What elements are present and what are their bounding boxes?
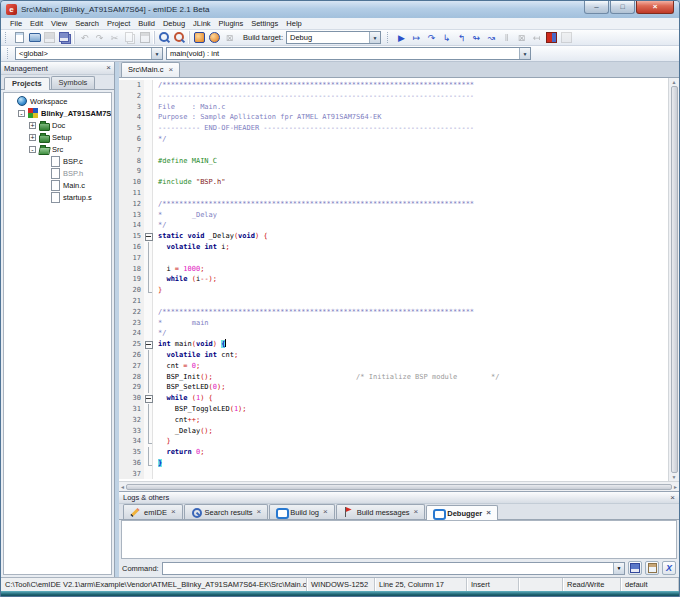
- tree-item-src[interactable]: -Src: [4, 143, 111, 155]
- scope-select[interactable]: <global> ▼: [15, 47, 163, 60]
- code-line-7[interactable]: 7: [119, 145, 668, 156]
- collapse-icon[interactable]: -: [29, 146, 36, 153]
- vertical-scrollbar[interactable]: ▲ ▼: [668, 78, 679, 481]
- symbol-select[interactable]: main(void) : int ▼: [166, 47, 531, 60]
- menu-settings[interactable]: Settings: [247, 19, 282, 28]
- code-line-10[interactable]: 10#include "BSP.h": [119, 177, 668, 188]
- build-icon[interactable]: [193, 31, 206, 44]
- horizontal-scroll-thumb[interactable]: [126, 484, 672, 490]
- code-line-20[interactable]: 20}: [119, 285, 668, 296]
- step-into-icon[interactable]: ↳: [440, 31, 453, 44]
- code-line-25[interactable]: 25int main(void) {: [119, 339, 668, 350]
- menu-debug[interactable]: Debug: [159, 19, 189, 28]
- scroll-up-icon[interactable]: ▲: [672, 79, 677, 85]
- close-tab-icon[interactable]: [414, 509, 419, 515]
- command-load-icon[interactable]: [645, 561, 659, 575]
- horizontal-scrollbar[interactable]: ◄ ►: [119, 481, 679, 491]
- open-file-icon[interactable]: [28, 31, 41, 44]
- close-tab-icon[interactable]: [171, 509, 176, 515]
- menu-edit[interactable]: Edit: [26, 19, 47, 28]
- tab-symbols[interactable]: Symbols: [51, 76, 96, 89]
- code-line-16[interactable]: 16 volatile int i;: [119, 242, 668, 253]
- fold-marker[interactable]: [144, 231, 153, 242]
- command-clear-icon[interactable]: [662, 561, 676, 575]
- collapse-icon[interactable]: -: [18, 110, 25, 117]
- close-button[interactable]: [636, 1, 674, 14]
- code-line-17[interactable]: 17: [119, 253, 668, 264]
- code-line-5[interactable]: 5---------- END-OF-HEADER --------------…: [119, 123, 668, 134]
- code-line-21[interactable]: 21: [119, 296, 668, 307]
- code-line-6[interactable]: 6*/: [119, 134, 668, 145]
- editor-tab-main-c[interactable]: Src\Main.c: [121, 62, 180, 77]
- code-line-24[interactable]: 24*/: [119, 328, 668, 339]
- toolbar-grip[interactable]: [5, 32, 8, 43]
- code-line-18[interactable]: 18 i = 1000;: [119, 264, 668, 275]
- command-input[interactable]: [163, 563, 613, 574]
- tree-item-setup[interactable]: +Setup: [4, 131, 111, 143]
- minimize-button[interactable]: [584, 1, 609, 14]
- code-line-36[interactable]: 36}: [119, 458, 668, 469]
- log-tab-build-messages[interactable]: Build messages: [336, 504, 426, 519]
- new-file-icon[interactable]: [13, 31, 26, 44]
- log-tab-search-results[interactable]: Search results: [184, 504, 269, 519]
- expand-icon[interactable]: +: [29, 134, 36, 141]
- code-line-12[interactable]: 12/*************************************…: [119, 199, 668, 210]
- menu-jlink[interactable]: JLink: [189, 19, 215, 28]
- tree-item-main-c[interactable]: Main.c: [4, 179, 111, 191]
- find-replace-icon[interactable]: [173, 31, 186, 44]
- code-line-30[interactable]: 30 while (1) {: [119, 393, 668, 404]
- command-save-icon[interactable]: [628, 561, 642, 575]
- close-tab-icon[interactable]: [486, 510, 491, 516]
- code-line-4[interactable]: 4Purpose : Sample Apllication fpr ATMEL …: [119, 112, 668, 123]
- chevron-down-icon[interactable]: ▼: [519, 48, 530, 59]
- menu-view[interactable]: View: [47, 19, 71, 28]
- close-tab-icon[interactable]: [168, 67, 173, 73]
- debug-run-icon[interactable]: ▶: [395, 31, 408, 44]
- menu-help[interactable]: Help: [282, 19, 305, 28]
- expand-icon[interactable]: +: [29, 122, 36, 129]
- build-target-select[interactable]: Debug ▼: [286, 31, 381, 44]
- code-line-9[interactable]: 9: [119, 166, 668, 177]
- log-tab-debugger[interactable]: Debugger: [426, 505, 498, 520]
- fold-marker[interactable]: [144, 393, 153, 404]
- tab-projects[interactable]: Projects: [4, 77, 50, 90]
- code-line-3[interactable]: 3File : Main.c: [119, 102, 668, 113]
- save-all-icon[interactable]: [58, 31, 71, 44]
- rebuild-icon[interactable]: [208, 31, 221, 44]
- close-panel-icon[interactable]: [670, 494, 675, 502]
- tree-item-bsp-c[interactable]: BSP.c: [4, 155, 111, 167]
- tree-item-blinky-at91sam7s64[interactable]: -Blinky_AT91SAM7S64: [4, 107, 111, 119]
- title-bar[interactable]: e Src\Main.c [Blinky_AT91SAM7S64] - emID…: [1, 1, 679, 18]
- chevron-down-icon[interactable]: ▼: [613, 563, 624, 574]
- next-line-icon[interactable]: ↷: [425, 31, 438, 44]
- code-line-13[interactable]: 13* _Delay: [119, 210, 668, 221]
- tree-item-doc[interactable]: +Doc: [4, 119, 111, 131]
- code-line-33[interactable]: 33 _Delay();: [119, 426, 668, 437]
- next-instruction-icon[interactable]: ↬: [470, 31, 483, 44]
- find-icon[interactable]: [158, 31, 171, 44]
- menu-plugins[interactable]: Plugins: [215, 19, 248, 28]
- code-line-23[interactable]: 23* main: [119, 318, 668, 329]
- code-line-11[interactable]: 11: [119, 188, 668, 199]
- tree-item-startup-s[interactable]: startup.s: [4, 191, 111, 203]
- log-tab-emide[interactable]: emIDE: [123, 504, 183, 519]
- scroll-left-icon[interactable]: ◄: [120, 484, 125, 490]
- debugging-windows-icon[interactable]: [545, 31, 558, 44]
- close-tab-icon[interactable]: [257, 509, 262, 515]
- log-tab-build-log[interactable]: Build log: [269, 504, 334, 519]
- close-panel-icon[interactable]: [106, 64, 111, 72]
- code-line-8[interactable]: 8#define MAIN_C: [119, 156, 668, 167]
- code-line-14[interactable]: 14*/: [119, 220, 668, 231]
- code-line-28[interactable]: 28 BSP_Init(); /* Initialize BSP module …: [119, 372, 668, 383]
- code-line-37[interactable]: 37: [119, 469, 668, 480]
- code-line-26[interactable]: 26 volatile int cnt;: [119, 350, 668, 361]
- vertical-scroll-thumb[interactable]: [671, 86, 678, 473]
- code-line-34[interactable]: 34 }: [119, 436, 668, 447]
- step-into-instruction-icon[interactable]: ↝: [485, 31, 498, 44]
- code-line-35[interactable]: 35 return 0;: [119, 447, 668, 458]
- chevron-down-icon[interactable]: ▼: [151, 48, 162, 59]
- code-area[interactable]: 1/**************************************…: [119, 78, 668, 481]
- toolbar-grip[interactable]: [387, 32, 390, 43]
- code-line-29[interactable]: 29 BSP_SetLED(0);: [119, 382, 668, 393]
- code-line-19[interactable]: 19 while (i--);: [119, 274, 668, 285]
